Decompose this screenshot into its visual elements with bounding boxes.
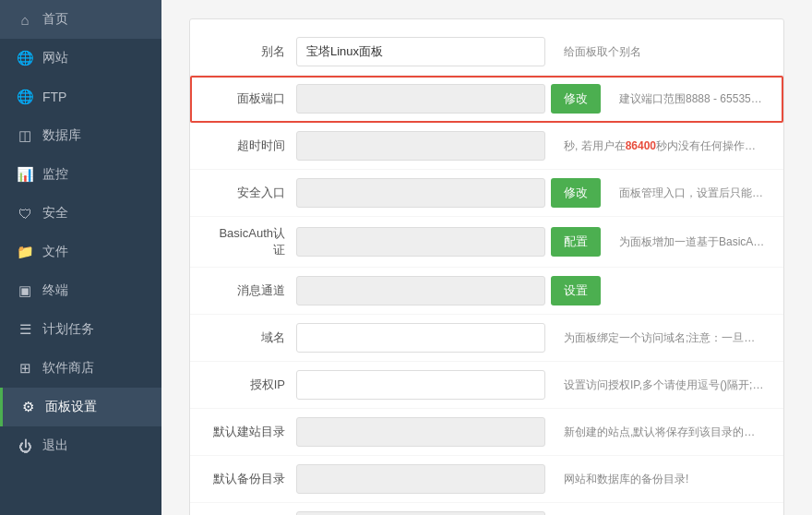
appstore-icon: ⊞ — [17, 360, 33, 377]
sidebar-label-terminal: 终端 — [42, 282, 68, 299]
form-row-alias: 别名给面板取个别名 — [190, 29, 783, 76]
sidebar-item-security[interactable]: 🛡安全 — [0, 194, 161, 233]
ftp-icon: 🌐 — [17, 89, 33, 105]
btn-notify[interactable]: 设置 — [551, 276, 601, 305]
form-input-wrap-alias — [296, 37, 545, 66]
form-input-wrap-authorized-ip — [296, 370, 545, 400]
form-label-safe-entrance: 安全入口 — [209, 185, 296, 201]
hint-bold-timeout: 86400 — [626, 139, 656, 152]
form-label-authorized-ip: 授权IP — [209, 377, 296, 393]
form-row-default-site-dir: 默认建站目录新创建的站点,默认将保存到该目录的下级目录! — [190, 409, 783, 456]
sidebar-label-monitor: 监控 — [42, 166, 68, 183]
form-input-authorized-ip[interactable] — [296, 370, 545, 400]
sidebar-label-appstore: 软件商店 — [42, 360, 94, 377]
form-input-timeout[interactable] — [296, 131, 545, 161]
form-input-wrap-default-site-dir — [296, 417, 545, 447]
form-row-timeout: 超时时间秒, 若用户在86400秒内没有任何操作，将自动退出面板 — [190, 123, 783, 170]
website-icon: 🌐 — [17, 50, 33, 66]
form-row-basicauth: BasicAuth认证配置为面板增加一道基于BasicAuth的认证服务，有效防… — [190, 217, 783, 268]
form-row-notify: 消息通道设置 — [190, 268, 783, 315]
form-row-authorized-ip: 授权IP设置访问授权IP,多个请使用逗号()隔开;注意：一旦设置授 — [190, 362, 783, 409]
form-hint-default-site-dir: 新创建的站点,默认将保存到该目录的下级目录! — [545, 425, 765, 440]
form-input-alias[interactable] — [296, 37, 545, 66]
form-hint-domain: 为面板绑定一个访问域名;注意：一旦绑定域名,只能通过域 — [545, 330, 765, 346]
panel-settings-form: 别名给面板取个别名面板端口修改建议端口范围8888 - 65535，注意：有安全… — [189, 18, 784, 515]
form-hint-basicauth: 为面板增加一道基于BasicAuth的认证服务，有效防止面板 — [601, 234, 765, 250]
monitor-icon: 📊 — [17, 166, 33, 183]
sidebar-item-files[interactable]: 📁文件 — [0, 233, 161, 271]
sidebar-item-terminal[interactable]: ▣终端 — [0, 271, 161, 310]
form-input-wrap-port: 修改 — [296, 84, 601, 114]
form-hint-default-backup-dir: 网站和数据库的备份目录! — [545, 472, 765, 487]
security-icon: 🛡 — [17, 206, 33, 222]
sidebar-label-database: 数据库 — [42, 127, 81, 144]
form-label-notify: 消息通道 — [209, 282, 296, 299]
form-label-default-backup-dir: 默认备份目录 — [209, 471, 296, 487]
form-row-port: 面板端口修改建议端口范围8888 - 65535，注意：有安全组的服务器请 — [190, 76, 783, 123]
logout-icon: ⏻ — [17, 438, 33, 454]
form-label-port: 面板端口 — [209, 90, 296, 107]
sidebar-item-crontab[interactable]: ☰计划任务 — [0, 310, 161, 349]
form-label-timeout: 超时时间 — [209, 138, 296, 154]
sidebar-item-home[interactable]: ⌂首页 — [0, 0, 161, 39]
sidebar-item-monitor[interactable]: 📊监控 — [0, 155, 161, 194]
form-label-domain: 域名 — [209, 329, 296, 346]
form-input-wrap-server-ip — [296, 511, 545, 515]
form-label-default-site-dir: 默认建站目录 — [209, 424, 296, 440]
panel-icon: ⚙ — [19, 399, 36, 415]
form-row-default-backup-dir: 默认备份目录网站和数据库的备份目录! — [190, 456, 783, 503]
sidebar-label-files: 文件 — [42, 244, 68, 260]
sidebar-item-website[interactable]: 🌐网站 — [0, 39, 161, 78]
form-input-default-backup-dir[interactable] — [296, 464, 545, 494]
home-icon: ⌂ — [17, 12, 33, 28]
form-input-safe-entrance[interactable] — [296, 178, 545, 208]
btn-basicauth[interactable]: 配置 — [551, 227, 601, 257]
sidebar-label-logout: 退出 — [42, 437, 68, 454]
sidebar-label-home: 首页 — [42, 11, 68, 28]
form-hint-alias: 给面板取个别名 — [545, 44, 765, 60]
form-input-port[interactable] — [296, 84, 545, 114]
form-input-wrap-basicauth: 配置 — [296, 227, 601, 257]
form-row-domain: 域名为面板绑定一个访问域名;注意：一旦绑定域名,只能通过域 — [190, 315, 783, 362]
btn-safe-entrance[interactable]: 修改 — [551, 178, 601, 208]
sidebar-item-panel[interactable]: ⚙面板设置 — [0, 388, 161, 426]
form-input-wrap-safe-entrance: 修改 — [296, 178, 601, 208]
form-row-safe-entrance: 安全入口修改面板管理入口，设置后只能通过指定安全入口登录面板,如: / — [190, 170, 783, 217]
database-icon: ◫ — [17, 127, 33, 144]
sidebar-item-logout[interactable]: ⏻退出 — [0, 426, 161, 465]
form-input-basicauth[interactable] — [296, 227, 545, 257]
form-input-notify[interactable] — [296, 276, 545, 305]
sidebar-label-crontab: 计划任务 — [42, 321, 94, 338]
crontab-icon: ☰ — [17, 321, 33, 338]
btn-port[interactable]: 修改 — [551, 84, 601, 114]
form-hint-port: 建议端口范围8888 - 65535，注意：有安全组的服务器请 — [601, 91, 765, 107]
sidebar-label-security: 安全 — [42, 205, 68, 222]
files-icon: 📁 — [17, 244, 33, 260]
terminal-icon: ▣ — [17, 282, 33, 299]
form-input-wrap-domain — [296, 323, 545, 353]
form-input-wrap-notify: 设置 — [296, 276, 601, 305]
form-hint-safe-entrance: 面板管理入口，设置后只能通过指定安全入口登录面板,如: / — [601, 186, 765, 201]
form-hint-authorized-ip: 设置访问授权IP,多个请使用逗号()隔开;注意：一旦设置授 — [545, 377, 765, 393]
sidebar-label-panel: 面板设置 — [45, 399, 97, 415]
sidebar-label-ftp: FTP — [42, 90, 66, 104]
sidebar-item-ftp[interactable]: 🌐FTP — [0, 78, 161, 116]
form-input-wrap-default-backup-dir — [296, 464, 545, 494]
sidebar-item-database[interactable]: ◫数据库 — [0, 116, 161, 155]
sidebar-label-website: 网站 — [42, 50, 68, 66]
form-label-alias: 别名 — [209, 43, 296, 60]
form-input-server-ip[interactable] — [296, 511, 545, 515]
form-input-domain[interactable] — [296, 323, 545, 353]
form-hint-timeout: 秒, 若用户在86400秒内没有任何操作，将自动退出面板 — [545, 138, 765, 154]
form-row-server-ip: 服务器IP默认为外网IP,若您在本地虚拟机测试,请填写虚拟机内网IP — [190, 503, 783, 515]
sidebar-item-appstore[interactable]: ⊞软件商店 — [0, 349, 161, 388]
form-label-basicauth: BasicAuth认证 — [209, 225, 296, 258]
main-content: 别名给面板取个别名面板端口修改建议端口范围8888 - 65535，注意：有安全… — [161, 0, 812, 515]
sidebar: ⌂首页🌐网站🌐FTP◫数据库📊监控🛡安全📁文件▣终端☰计划任务⊞软件商店⚙面板设… — [0, 0, 161, 515]
hint-red-port: 注意：有安全组的服务器请 — [762, 92, 765, 105]
form-input-wrap-timeout — [296, 131, 545, 161]
form-input-default-site-dir[interactable] — [296, 417, 545, 447]
